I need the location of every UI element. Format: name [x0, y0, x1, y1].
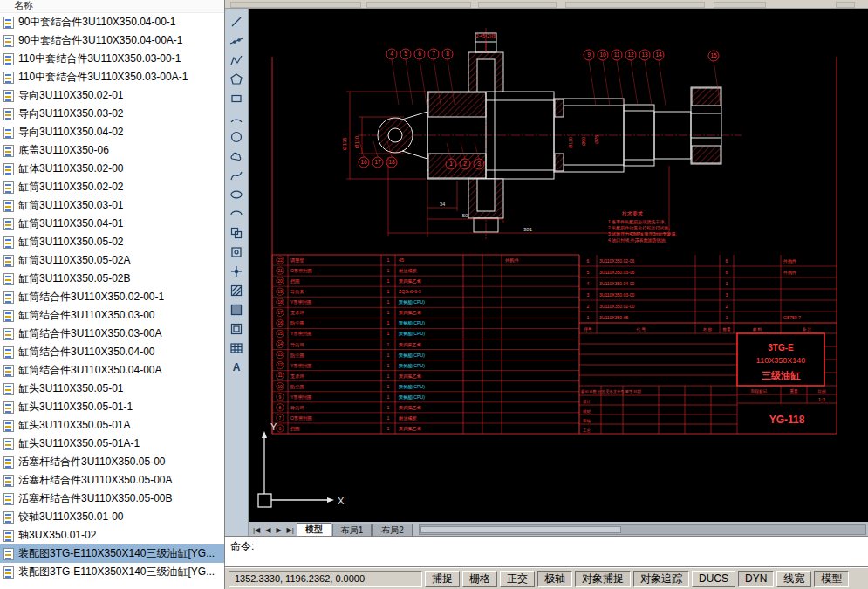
file-list-item[interactable]: 导向3U110X350.02-01	[0, 86, 224, 105]
svg-text:支承环: 支承环	[290, 373, 304, 380]
dwg-file-icon	[3, 328, 14, 340]
region-tool-button[interactable]	[226, 319, 247, 338]
file-list-item[interactable]: 缸筒结合件3U110X350.03-00	[0, 306, 224, 325]
multiline-text-tool-button[interactable]: A	[226, 358, 247, 376]
table-tool-button[interactable]	[226, 339, 247, 357]
tab-layout2[interactable]: 布局2	[372, 524, 413, 536]
horizontal-scrollbar[interactable]	[419, 524, 866, 535]
tab-layout1[interactable]: 布局1	[332, 524, 372, 536]
tab-nav-next-icon[interactable]: ▶	[273, 526, 284, 536]
file-list-item[interactable]: 缸筒3U110X350.04-01	[0, 215, 224, 233]
file-list-item[interactable]: 装配图3TG-E110X350X140三级油缸[YG...	[0, 544, 224, 563]
svg-text:聚四氟乙烯: 聚四氟乙烯	[399, 342, 422, 347]
file-list-item[interactable]: 缸头3U110X350.05-01-1	[0, 398, 224, 416]
svg-text:14: 14	[655, 51, 662, 58]
tab-nav-first-icon[interactable]: |◀	[250, 526, 263, 536]
dwg-file-icon	[3, 493, 14, 505]
svg-text:外购件: 外购件	[783, 258, 796, 264]
statusbar-toggle-ducs[interactable]: DUCS	[692, 571, 735, 587]
command-line-window[interactable]: 命令:	[225, 536, 868, 567]
svg-text:1: 1	[387, 342, 390, 347]
row-audit: 审核	[583, 419, 591, 423]
svg-text:材 料: 材 料	[752, 327, 762, 332]
file-list-item[interactable]: 110中套结合件3U110X350.03-00A-1	[0, 68, 224, 86]
file-list-item[interactable]: 缸筒3U110X350.02-02	[0, 178, 224, 196]
file-panel-name-column-header[interactable]: 名称	[0, 0, 224, 13]
construction-line-tool-button[interactable]	[226, 31, 247, 50]
statusbar-toggle-snap[interactable]: 捕捉	[425, 571, 460, 587]
svg-text:3: 3	[477, 161, 481, 167]
file-list-item[interactable]: 装配图3TG-E110X350X140三级油缸[YG...	[0, 563, 224, 581]
file-name: 缸筒结合件3U110X350.04-00	[18, 345, 155, 360]
statusbar-toggle-model-space[interactable]: 模型	[814, 571, 849, 587]
statusbar-toggle-otrack[interactable]: 对象追踪	[633, 571, 689, 587]
make-block-icon	[229, 245, 243, 259]
gradient-tool-button[interactable]	[226, 300, 247, 318]
file-list-item[interactable]: 缸筒3U110X350.05-02	[0, 233, 224, 251]
statusbar-toggle-dyn[interactable]: DYN	[738, 571, 774, 587]
svg-text:聚氨酯(CPU): 聚氨酯(CPU)	[399, 320, 425, 325]
file-list-item[interactable]: 底盖3U110X350-06	[0, 141, 224, 160]
rectangle-tool-button[interactable]	[226, 89, 247, 107]
insert-block-tool-button[interactable]	[226, 223, 247, 242]
file-list-item[interactable]: 缸筒结合件3U110X350.04-00A	[0, 361, 224, 380]
statusbar-toggle-ortho[interactable]: 正交	[500, 571, 535, 587]
revision-cloud-tool-button[interactable]	[226, 147, 247, 165]
file-list-item[interactable]: 缸筒3U110X350.05-02A	[0, 251, 224, 270]
polygon-tool-button[interactable]	[226, 70, 247, 88]
tab-nav-last-icon[interactable]: ▶|	[284, 526, 297, 536]
file-list-item[interactable]: 90中套结合件3U110X350.04-00A-1	[0, 31, 224, 50]
file-list-item[interactable]: 铰轴3U110X350.01-00	[0, 508, 224, 526]
file-list-item[interactable]: 缸头3U110X350.05-01	[0, 380, 224, 398]
statusbar-toggle-grid[interactable]: 栅格	[462, 571, 497, 587]
svg-text:代 号: 代 号	[636, 327, 646, 332]
arc-tool-button[interactable]	[226, 108, 247, 127]
file-list-item[interactable]: 缸筒结合件3U110X350.03-00A	[0, 325, 224, 343]
svg-text:3.试验压力40MPa,保压3min无渗漏。: 3.试验压力40MPa,保压3min无渗漏。	[608, 231, 680, 237]
file-name: 90中套结合件3U110X350.04-00A-1	[18, 33, 183, 48]
dwg-file-icon	[3, 35, 14, 47]
file-list-item[interactable]: 缸头3U110X350.05-01A-1	[0, 435, 224, 453]
file-list-item[interactable]: 活塞杆结合件3U110X350.05-00B	[0, 490, 224, 508]
svg-text:10: 10	[599, 51, 606, 58]
tab-nav-prev-icon[interactable]: ◀	[263, 526, 273, 536]
circle-tool-button[interactable]	[226, 127, 247, 146]
file-list-item[interactable]: 缸筒结合件3U110X350.02-00-1	[0, 288, 224, 306]
svg-text:挡圈: 挡圈	[290, 426, 299, 432]
svg-text:1: 1	[726, 281, 728, 286]
file-list-item[interactable]: 缸筒结合件3U110X350.04-00	[0, 343, 224, 361]
file-list-item[interactable]: 导向3U110X350.04-02	[0, 123, 224, 141]
svg-text:聚四氟乙烯: 聚四氟乙烯	[399, 310, 422, 315]
file-list-item[interactable]: 活塞杆结合件3U110X350.05-00A	[0, 471, 224, 490]
svg-text:1: 1	[387, 310, 390, 315]
statusbar-toggle-lineweight[interactable]: 线宽	[776, 571, 811, 587]
polyline-tool-button[interactable]	[226, 51, 247, 69]
ellipse-arc-tool-button[interactable]	[226, 204, 247, 223]
hatch-tool-button[interactable]	[226, 281, 247, 299]
spline-tool-button[interactable]	[226, 166, 247, 184]
line-tool-button[interactable]	[226, 12, 247, 31]
svg-text:聚四氟乙烯: 聚四氟乙烯	[399, 373, 422, 379]
file-list-item[interactable]: 导向3U110X350.03-02	[0, 105, 224, 123]
svg-text:21: 21	[277, 268, 283, 273]
statusbar-toggle-polar[interactable]: 极轴	[537, 571, 572, 587]
point-tool-button[interactable]	[226, 262, 247, 280]
file-list-item[interactable]: 轴3UX350.01-02	[0, 526, 224, 544]
file-name: 缸筒3U110X350.04-01	[18, 216, 124, 231]
file-list-item[interactable]: 缸筒3U110X350.03-01	[0, 196, 224, 215]
dwg-file-icon	[3, 236, 14, 249]
file-list-item[interactable]: 缸头3U110X350.05-01A	[0, 416, 224, 435]
file-list-item[interactable]: 110中套结合件3U110X350.03-00-1	[0, 50, 224, 68]
file-list-item[interactable]: 90中套结合件3U110X350.04-00-1	[0, 13, 224, 31]
file-list-item[interactable]: 活塞杆结合件3U110X350.05-00	[0, 453, 224, 471]
file-list-item[interactable]: 缸筒3U110X350.05-02B	[0, 270, 224, 288]
scrollbar-thumb[interactable]	[420, 526, 621, 533]
svg-text:1: 1	[387, 299, 390, 305]
make-block-tool-button[interactable]	[226, 243, 247, 261]
tab-model[interactable]: 模型	[297, 523, 331, 536]
file-list-item[interactable]: 缸体3U110X350.02-00	[0, 160, 224, 178]
svg-text:3U110X350.03-00: 3U110X350.03-00	[599, 292, 634, 298]
statusbar-toggle-osnap[interactable]: 对象捕捉	[575, 571, 631, 587]
ellipse-tool-button[interactable]	[226, 185, 247, 203]
drawing-canvas[interactable]: Ø135 Ø110 Ø110 Ø90 Ø75 34 50 381 2-45(2)…	[249, 9, 868, 522]
